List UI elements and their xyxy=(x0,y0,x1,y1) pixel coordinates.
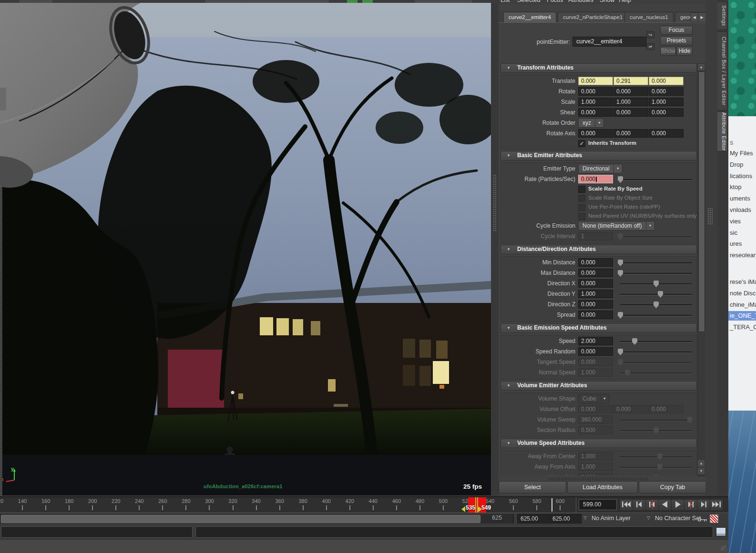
value-field[interactable]: 1.000 xyxy=(649,98,684,106)
command-line-input[interactable] xyxy=(1,526,193,538)
dropdown-rotate-order[interactable]: xyz▼ xyxy=(578,118,604,128)
value-field[interactable]: 0.000 xyxy=(613,108,648,117)
finder-item-ures[interactable]: ures xyxy=(728,239,756,249)
slider-thumb[interactable] xyxy=(658,291,663,298)
slider-thumb[interactable] xyxy=(657,453,663,460)
auto-keyframe-toggle-icon[interactable] xyxy=(710,514,718,523)
scroll-up-icon[interactable]: ▲ xyxy=(698,460,705,467)
out-connection-icon[interactable]: ↫ xyxy=(646,43,654,50)
playback-go-to-end-button[interactable] xyxy=(710,499,723,511)
tab-scroll-right-icon[interactable]: ▶ xyxy=(698,12,706,22)
checkbox-scale-rate-by-speed[interactable] xyxy=(578,186,585,193)
slider-track[interactable] xyxy=(620,315,692,316)
attribute-editor-scrollbar[interactable]: ▲ ▲ ▼ xyxy=(697,63,706,476)
select-button[interactable]: Select xyxy=(499,481,566,493)
value-field[interactable]: 1.000 xyxy=(578,452,613,461)
range-slider-bar[interactable] xyxy=(1,515,480,523)
playback-play-forward-button[interactable] xyxy=(671,499,684,511)
finder-item-my-files[interactable]: My Files xyxy=(728,149,756,158)
playback-go-to-start-button[interactable] xyxy=(620,499,633,511)
value-field[interactable]: 1.000 xyxy=(578,290,613,298)
slider-track[interactable] xyxy=(620,430,692,432)
value-field[interactable]: 0.000 xyxy=(649,87,684,96)
menu-item-help[interactable]: Help xyxy=(619,0,631,3)
show-button[interactable]: Show xyxy=(660,47,676,56)
value-field[interactable]: 0.000 xyxy=(578,279,613,288)
value-field[interactable]: 0.000 xyxy=(578,311,613,319)
side-tab-attribute-editor[interactable]: Attribute Editor xyxy=(717,111,727,151)
slider-thumb[interactable] xyxy=(618,233,623,240)
scrollbar-thumb[interactable] xyxy=(698,71,705,332)
finder-item-ktop[interactable]: ktop xyxy=(728,182,756,192)
value-field[interactable]: 1.000 xyxy=(613,98,648,106)
finder-item-uments[interactable]: uments xyxy=(728,194,756,203)
menu-item-attributes[interactable]: Attributes xyxy=(568,0,593,3)
value-field[interactable]: 0.000 xyxy=(578,175,613,183)
value-field[interactable]: 0.000 xyxy=(578,129,613,138)
slider-track[interactable] xyxy=(620,420,692,421)
finder-item-lications[interactable]: lications xyxy=(728,171,756,181)
dropdown-volume-shape[interactable]: Cube▼ xyxy=(578,394,609,403)
section-header[interactable]: ▼Volume Speed Attributes xyxy=(501,439,697,448)
slider-track[interactable] xyxy=(620,273,692,274)
section-header[interactable]: ▼Basic Emission Speed Attributes xyxy=(501,323,697,333)
menu-item-selected[interactable]: Selected xyxy=(517,0,541,3)
finder-item-drop[interactable]: Drop xyxy=(728,160,756,170)
time-slider[interactable]: 1201401601802002202402602803003203403603… xyxy=(0,496,728,513)
tab-scroll-left-icon[interactable]: ◀ xyxy=(690,12,698,22)
character-set-dropdown-icon[interactable]: ▽ xyxy=(647,515,650,520)
finder-item-reseoleary[interactable]: reseoleary xyxy=(728,251,756,260)
slider-thumb[interactable] xyxy=(618,359,623,366)
playback-step-forward-key-button[interactable] xyxy=(684,499,697,511)
command-result-field[interactable] xyxy=(195,526,713,538)
value-field[interactable]: 0.291 xyxy=(613,77,648,85)
value-field[interactable]: 0.000 xyxy=(578,87,613,96)
slider-track[interactable] xyxy=(620,372,692,374)
character-set-menu[interactable]: No Character Set xyxy=(655,515,701,522)
value-field[interactable]: 0.000 xyxy=(649,108,684,117)
dropdown-emitter-type[interactable]: Directional▼ xyxy=(578,164,623,173)
checkbox-inherits-transform[interactable]: ✓ xyxy=(578,140,585,147)
range-left-arrow-icon[interactable] xyxy=(461,506,465,512)
scroll-up-icon[interactable]: ▲ xyxy=(698,64,705,71)
side-tab-settings[interactable]: Settings xyxy=(717,1,727,30)
value-field[interactable]: 0.000 xyxy=(578,108,613,117)
playback-step-back-key-button[interactable] xyxy=(645,499,659,511)
slider-thumb[interactable] xyxy=(625,370,630,376)
slider-track[interactable] xyxy=(620,236,692,238)
section-header[interactable]: ▼Volume Emitter Attributes xyxy=(501,381,697,391)
finder-item-note-disc[interactable]: note Disc xyxy=(728,289,756,298)
node-name-field[interactable]: curve2__emitter4 xyxy=(572,37,646,47)
value-field[interactable]: 0.000 xyxy=(578,269,613,277)
panel-drag-handle[interactable] xyxy=(707,208,713,225)
3d-viewport[interactable]: ufoAbduction_a026cf:camera1 25 fps y x xyxy=(0,3,491,495)
value-field[interactable]: 0.000 xyxy=(578,358,613,366)
finder-item-rese-s-ima[interactable]: rese's iMa xyxy=(728,277,756,287)
checkbox-use-per-point-rates-ratepp[interactable] xyxy=(578,204,585,211)
value-field[interactable]: 0.000 xyxy=(613,87,648,96)
checkbox-scale-rate-by-object-size[interactable] xyxy=(578,195,585,202)
slider-track[interactable] xyxy=(620,294,692,295)
slider-thumb[interactable] xyxy=(632,338,637,345)
value-field[interactable]: 0.000 xyxy=(613,129,648,138)
value-field[interactable]: 0.000 xyxy=(649,77,684,85)
value-field[interactable]: 1 xyxy=(578,232,613,241)
slider-thumb[interactable] xyxy=(618,176,623,183)
slider-thumb[interactable] xyxy=(618,349,623,355)
slider-track[interactable] xyxy=(620,341,692,342)
range-slider-track[interactable] xyxy=(0,514,514,523)
value-field[interactable]: 0.500 xyxy=(578,426,613,434)
value-field[interactable]: 2.000 xyxy=(578,337,613,345)
finder-item-sic[interactable]: sic xyxy=(728,228,756,238)
side-tab-channel-box-layer-editor[interactable]: Channel Box / Layer Editor xyxy=(717,31,727,111)
scroll-down-icon[interactable]: ▼ xyxy=(698,468,705,475)
slider-track[interactable] xyxy=(620,304,692,306)
value-field[interactable]: 0.000 xyxy=(578,77,613,85)
slider-track[interactable] xyxy=(620,283,692,285)
playback-end-field[interactable]: 625.00 xyxy=(517,514,550,523)
slider-thumb[interactable] xyxy=(618,312,623,319)
copy-tab-button[interactable]: Copy Tab xyxy=(639,481,706,493)
slider-track[interactable] xyxy=(620,467,692,468)
value-field[interactable]: 0.000 xyxy=(578,300,613,309)
slider-thumb[interactable] xyxy=(654,427,659,434)
